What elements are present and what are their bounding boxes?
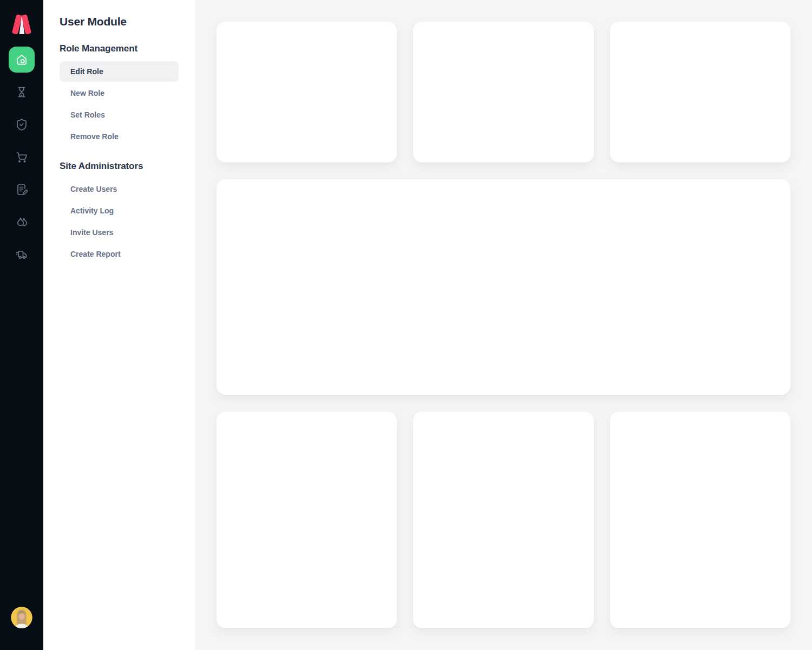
rail-item-liquids[interactable]: [9, 209, 35, 235]
placeholder-card: [413, 22, 593, 162]
sidebar-item-set-roles[interactable]: Set Roles: [60, 105, 179, 125]
brand-m-logo[interactable]: [10, 12, 34, 36]
sidebar-item-invite-users[interactable]: Invite Users: [60, 222, 179, 243]
page-title: User Module: [60, 15, 179, 28]
sidebar: User Module Role Management Edit Role Ne…: [43, 0, 195, 650]
rail-item-reports[interactable]: [9, 177, 35, 203]
icon-rail: [0, 0, 43, 650]
sidebar-item-edit-role[interactable]: Edit Role: [60, 61, 179, 82]
droplets-icon: [15, 216, 28, 229]
user-avatar-image: [11, 607, 32, 628]
sidebar-item-remove-role[interactable]: Remove Role: [60, 126, 179, 147]
placeholder-card: [610, 22, 790, 162]
brand-m-logo-glyph: [10, 12, 34, 36]
card-grid: [217, 22, 790, 628]
section-site-administrators: Site Administrators Create Users Activit…: [60, 161, 179, 264]
sidebar-item-create-report[interactable]: Create Report: [60, 244, 179, 264]
placeholder-card: [217, 412, 397, 628]
sidebar-item-create-users[interactable]: Create Users: [60, 179, 179, 199]
hourglass-icon: [15, 86, 28, 99]
truck-icon: [15, 248, 28, 261]
shield-check-icon: [15, 118, 28, 131]
section-heading: Site Administrators: [60, 161, 179, 172]
rail-item-security[interactable]: [9, 112, 35, 138]
home-icon: [15, 53, 28, 66]
placeholder-card: [217, 22, 397, 162]
section-heading: Role Management: [60, 43, 179, 54]
sidebar-item-activity-log[interactable]: Activity Log: [60, 200, 179, 221]
placeholder-card: [413, 412, 593, 628]
rail-item-delivery[interactable]: [9, 242, 35, 268]
main-content: [195, 0, 812, 650]
sidebar-item-new-role[interactable]: New Role: [60, 83, 179, 103]
app-window: User Module Role Management Edit Role Ne…: [0, 0, 812, 650]
rail-item-history[interactable]: [9, 79, 35, 105]
rail-item-shop[interactable]: [9, 144, 35, 170]
cart-icon: [15, 151, 28, 164]
placeholder-card-wide: [217, 179, 790, 395]
section-role-management: Role Management Edit Role New Role Set R…: [60, 43, 179, 147]
file-edit-icon: [15, 183, 28, 196]
user-avatar[interactable]: [11, 607, 32, 628]
rail-item-home[interactable]: [9, 47, 35, 73]
placeholder-card: [610, 412, 790, 628]
